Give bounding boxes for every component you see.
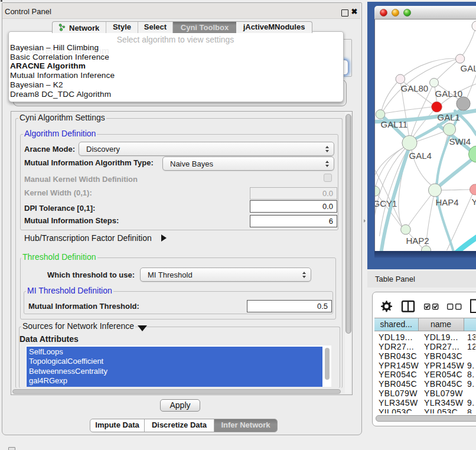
svg-text:GAL10: GAL10 — [435, 89, 462, 99]
svg-text:GCY1: GCY1 — [375, 198, 397, 208]
svg-text:HAP4: HAP4 — [435, 197, 458, 207]
svg-text:GAL80: GAL80 — [400, 83, 428, 93]
svg-text:SWI4: SWI4 — [449, 136, 471, 146]
svg-text:GAL1: GAL1 — [437, 112, 459, 122]
svg-text:Y: Y — [471, 197, 476, 207]
svg-text:HAP2: HAP2 — [406, 236, 429, 246]
svg-text:GAL7: GAL7 — [460, 63, 476, 73]
svg-text:GAL4: GAL4 — [409, 151, 431, 161]
svg-text:GAL11: GAL11 — [380, 119, 407, 129]
